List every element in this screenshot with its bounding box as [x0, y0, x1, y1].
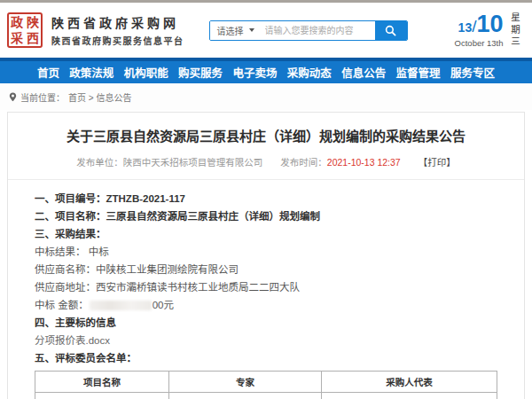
table-header-row: 项目名称 专家 采购人代表: [35, 372, 497, 393]
bid-amount-line: 中标 金额：00元: [35, 300, 497, 310]
publish-time-value: 2021-10-13 12:37: [327, 157, 401, 168]
col-header-purchaser-reps: 采购人代表: [322, 372, 497, 393]
search-icon: [385, 25, 396, 36]
col-header-project-name: 项目名称: [35, 372, 169, 393]
project-name-line: 二、项目名称：三原县自然资源局三原县村庄（详细）规划编制: [35, 211, 497, 222]
nav-item-policy-laws[interactable]: 政策法规: [69, 64, 113, 81]
search-select-label: 请选择: [217, 24, 244, 37]
search-input[interactable]: [262, 21, 375, 40]
nav-item-home[interactable]: 首页: [37, 64, 59, 81]
breadcrumb-label: 当前位置：: [20, 90, 65, 104]
nav-item-service-zone[interactable]: 服务专区: [450, 64, 495, 81]
location-pin-icon: [9, 92, 17, 102]
article-meta: 发布单位：陕西中天禾招标项目管理有限公司 发布时间：2021-10-13 12:…: [8, 155, 524, 168]
search-category-select[interactable]: 请选择: [210, 21, 262, 40]
procurement-result-heading: 三、采购结果：: [35, 229, 497, 239]
project-number-line: 一、项目编号：ZTHZB-2021-117: [35, 193, 497, 204]
site-name: 陕西省政府采购网: [51, 13, 184, 31]
supplier-address-line: 供应商地址：西安市灞桥镇读书村核工业地质局二二四大队: [35, 282, 497, 293]
publish-time: 发布时间：2021-10-13 12:37: [280, 155, 400, 168]
date-widget: 13/10 October 13th 星期三: [455, 12, 523, 49]
print-button[interactable]: 【打印】: [419, 155, 456, 168]
date-english: October 13th: [455, 38, 504, 48]
nav-item-supervision[interactable]: 监督管理: [396, 64, 441, 81]
logo-char: 采: [9, 30, 25, 46]
nav-item-e-marketplace[interactable]: 电子卖场: [232, 64, 277, 81]
search-bar: 请选择: [209, 20, 408, 41]
date-day: 13: [458, 20, 473, 35]
publisher: 发布单位：陕西中天禾招标项目管理有限公司: [76, 155, 262, 168]
attachment-link[interactable]: 分项报价表.docx: [35, 335, 110, 346]
redacted-amount: [90, 301, 152, 310]
logo-char: 西: [25, 30, 41, 46]
site-subtitle: 陕西省政府购买服务信息平台: [51, 34, 184, 47]
supplier-name-line: 供应商名称：中陕核工业集团测绘院有限公司: [35, 264, 497, 275]
date-numeric: 13/10: [455, 12, 504, 36]
article-title: 关于三原县自然资源局三原县村庄（详细）规划编制的采购结果公告: [8, 126, 524, 145]
table-row: 三原县自然资源局三原县村庄（详细）规划编制 崔芳芳、杜晓丽、魏晓英、吴枫彩、余杨…: [35, 393, 497, 399]
section4-heading: 四、主要标的信息: [35, 317, 497, 328]
search-button[interactable]: [375, 21, 407, 40]
committee-table: 项目名称 专家 采购人代表 三原县自然资源局三原县村庄（详细）规划编制 崔芳芳、…: [35, 371, 497, 399]
article-card: 关于三原县自然资源局三原县村庄（详细）规划编制的采购结果公告 发布单位：陕西中天…: [7, 112, 525, 399]
main-navigation: 首页 政策法规 机构职能 购买服务 电子卖场 采购动态 信息公告 监督管理 服务…: [0, 58, 532, 83]
site-logo-seal: 政 陕 采 西: [7, 12, 43, 48]
cell-purchaser-reps: 李磊、路井涛: [322, 393, 497, 399]
cell-experts: 崔芳芳、杜晓丽、魏晓英、吴枫彩、余杨文: [169, 393, 322, 399]
nav-item-org-functions[interactable]: 机构职能: [124, 64, 168, 81]
date-weekday: 星期三: [511, 12, 520, 49]
date-month: 10: [476, 11, 503, 37]
cell-project-name: 三原县自然资源局三原县村庄（详细）规划编制: [35, 393, 169, 399]
breadcrumb: 当前位置： 首页 > 信息公告: [0, 83, 532, 110]
logo-char: 政: [9, 14, 25, 30]
nav-item-purchase-services[interactable]: 购买服务: [178, 64, 223, 81]
logo-char: 陕: [25, 14, 41, 30]
article-body: 一、项目编号：ZTHZB-2021-117 二、项目名称：三原县自然资源局三原县…: [8, 180, 524, 399]
chevron-down-icon: [249, 28, 254, 32]
section5-heading: 五、评标委员会名单：: [35, 353, 497, 364]
nav-item-procurement-news[interactable]: 采购动态: [287, 64, 332, 81]
bid-result-line: 中标结果： 中标: [35, 246, 497, 257]
nav-item-info-announcements[interactable]: 信息公告: [341, 64, 386, 81]
breadcrumb-path[interactable]: 首页 > 信息公告: [68, 90, 131, 104]
col-header-experts: 专家: [169, 372, 322, 393]
site-header: 政 陕 采 西 陕西省政府采购网 陕西省政府购买服务信息平台 请选择 13/10…: [0, 3, 532, 58]
site-identity: 陕西省政府采购网 陕西省政府购买服务信息平台: [51, 13, 184, 47]
